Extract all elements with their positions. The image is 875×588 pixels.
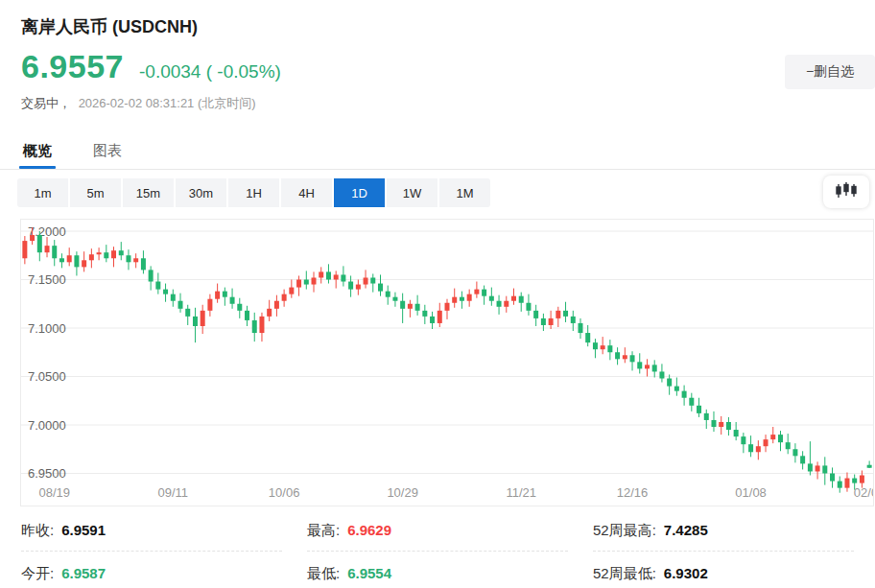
stat-label: 52周最高: bbox=[593, 522, 656, 538]
page-title: 离岸人民币 (USDCNH) bbox=[21, 15, 198, 38]
trading-status-label: 交易中， bbox=[21, 96, 71, 110]
stat-label: 最高: bbox=[307, 522, 340, 538]
stat-value: 6.9302 bbox=[664, 565, 708, 581]
range-button-1h[interactable]: 1H bbox=[228, 178, 279, 207]
svg-text:6.9500: 6.9500 bbox=[28, 466, 66, 481]
price-change: -0.0034 ( -0.05%) bbox=[139, 61, 281, 82]
svg-text:12/16: 12/16 bbox=[617, 485, 649, 500]
tab-overview[interactable]: 概览 bbox=[21, 138, 54, 164]
stat-item: 最高:6.9629 bbox=[307, 508, 568, 552]
range-button-5m[interactable]: 5m bbox=[70, 178, 121, 207]
tab-chart[interactable]: 图表 bbox=[91, 138, 124, 164]
stat-value: 7.4285 bbox=[664, 522, 708, 538]
svg-text:7.0000: 7.0000 bbox=[28, 418, 66, 433]
chart-type-button[interactable] bbox=[823, 176, 869, 208]
stat-item: 52周最高:7.4285 bbox=[593, 508, 854, 552]
candlestick-chart[interactable]: 7.20007.15007.10007.05007.00006.950008/1… bbox=[21, 220, 873, 506]
svg-text:08/19: 08/19 bbox=[38, 485, 70, 500]
stat-item: 今开:6.9587 bbox=[21, 552, 282, 588]
range-button-30m[interactable]: 30m bbox=[176, 178, 226, 207]
candlestick-chart-icon bbox=[835, 181, 858, 203]
stat-item: 52周最低:6.9302 bbox=[593, 552, 854, 588]
stat-label: 今开: bbox=[21, 565, 54, 581]
current-price: 6.9557 bbox=[21, 48, 124, 85]
stat-value: 6.9629 bbox=[347, 522, 391, 538]
chart-container: 7.20007.15007.10007.05007.00006.950008/1… bbox=[20, 219, 874, 506]
svg-text:10/29: 10/29 bbox=[387, 485, 418, 500]
stats-panel: 昨收:6.9591最高:6.962952周最高:7.4285今开:6.9587最… bbox=[21, 508, 854, 588]
range-button-1w[interactable]: 1W bbox=[387, 178, 438, 207]
active-tab-underline bbox=[19, 166, 56, 169]
trading-status: 交易中， 2026-02-02 08:31:21 (北京时间) bbox=[21, 95, 256, 112]
tab-bar: 概览图表 bbox=[0, 132, 875, 170]
stat-label: 52周最低: bbox=[593, 565, 656, 581]
remove-watchlist-button[interactable]: −删自选 bbox=[785, 55, 875, 89]
range-button-1m[interactable]: 1m bbox=[17, 178, 68, 207]
stat-value: 6.9591 bbox=[61, 522, 106, 538]
price-block: 6.9557 -0.0034 ( -0.05%) bbox=[21, 48, 281, 85]
stat-item: 昨收:6.9591 bbox=[21, 508, 282, 552]
stat-value: 6.9554 bbox=[347, 565, 391, 581]
time-range-toolbar: 1m5m15m30m1H4H1D1W1M bbox=[17, 178, 490, 207]
svg-text:7.1000: 7.1000 bbox=[28, 321, 66, 336]
svg-text:01/08: 01/08 bbox=[735, 485, 767, 500]
range-button-1m[interactable]: 1M bbox=[439, 178, 490, 207]
svg-text:02/02: 02/02 bbox=[854, 485, 873, 500]
svg-text:10/06: 10/06 bbox=[269, 485, 300, 500]
range-button-15m[interactable]: 15m bbox=[123, 178, 174, 207]
svg-text:7.1500: 7.1500 bbox=[28, 272, 66, 287]
svg-text:7.0500: 7.0500 bbox=[28, 369, 66, 384]
stat-item: 最低:6.9554 bbox=[307, 552, 568, 588]
range-button-1d[interactable]: 1D bbox=[334, 178, 385, 207]
trading-status-time: 2026-02-02 08:31:21 (北京时间) bbox=[79, 96, 256, 110]
stat-label: 昨收: bbox=[21, 522, 54, 538]
svg-text:09/11: 09/11 bbox=[158, 485, 189, 500]
stat-label: 最低: bbox=[307, 565, 340, 581]
svg-text:11/21: 11/21 bbox=[506, 485, 536, 500]
range-button-4h[interactable]: 4H bbox=[281, 178, 332, 207]
stat-value: 6.9587 bbox=[61, 565, 106, 581]
